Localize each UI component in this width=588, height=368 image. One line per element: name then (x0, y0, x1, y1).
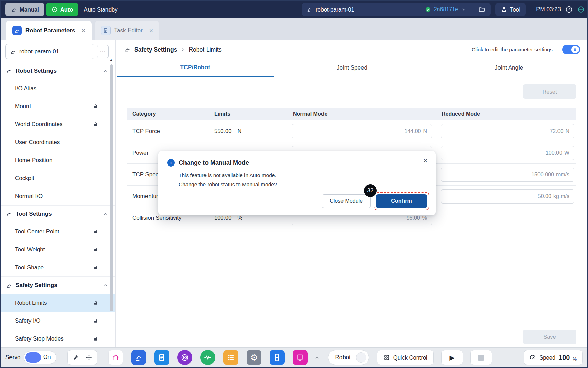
scroll-up-arrow[interactable]: ▲ (110, 58, 113, 61)
speed-control[interactable]: Speed 100 % (524, 350, 583, 365)
sidebar-item-cockpit[interactable]: Cockpit (1, 169, 115, 187)
sidebar-scrollbar-thumb[interactable] (110, 64, 113, 311)
item-label: Mount (15, 103, 31, 110)
robot-arm-icon (10, 49, 16, 55)
check-circle-icon (425, 6, 431, 13)
top-right-cluster: PM 03:23 (536, 1, 585, 18)
section-header[interactable]: Safety Settings (1, 277, 115, 294)
stop-button[interactable] (470, 350, 492, 365)
jog-button[interactable] (85, 354, 92, 361)
chevron-up-icon[interactable] (103, 283, 109, 288)
edit-lock-toggle[interactable] (562, 45, 580, 54)
speed-value: 100 (558, 354, 570, 362)
sidebar-item-robot-limits[interactable]: Robot Limits (1, 294, 115, 312)
item-label: Safety Stop Modes (15, 335, 64, 342)
more-options-button[interactable]: ⋯ (97, 45, 109, 58)
tab-task-editor[interactable]: Task Editor × (95, 21, 159, 40)
sidebar-item-world-coordinates[interactable]: World Coordinates (1, 115, 115, 133)
input-unit: % (422, 215, 427, 221)
tool-label: Tool (510, 6, 520, 13)
document-tab-bar: Robot Parameters × Task Editor × (1, 18, 587, 40)
input-unit: kg.m/s (553, 193, 569, 199)
reset-label: Reset (542, 89, 557, 95)
sidebar-item-safety-stop-modes[interactable]: Safety Stop Modes (1, 330, 115, 347)
item-label: Tool Shape (15, 264, 44, 271)
col-header-reduced-mode: Reduced Mode (437, 111, 576, 117)
confirm-button-group: 32 Confirm (376, 194, 427, 208)
reduced-mode-input[interactable]: 100.00W (441, 146, 574, 160)
sidebar-item-tool-center-point[interactable]: Tool Center Point (1, 222, 115, 240)
chevron-up-icon[interactable] (103, 211, 109, 217)
limit-value: 550.00 (214, 128, 231, 134)
target-rings-icon (181, 353, 189, 362)
dock-display-app[interactable] (293, 350, 308, 365)
version-id[interactable]: 2a68171e (434, 6, 458, 13)
dock-task-editor-app[interactable] (154, 350, 169, 365)
section-header[interactable]: Tool Settings (1, 206, 115, 222)
save-row: Save (127, 325, 576, 344)
breadcrumb-section[interactable]: Safety Settings (134, 46, 177, 53)
reduced-mode-input[interactable]: 1500.000mm/s (441, 168, 574, 182)
close-icon[interactable]: × (81, 27, 85, 34)
confirm-button[interactable]: Confirm (376, 194, 427, 208)
dialog-message-line2: Change the robot status to Manual mode? (179, 180, 427, 189)
play-button[interactable]: ▶ (441, 350, 463, 365)
parameter-name-box[interactable]: robot-param-01 (5, 44, 94, 59)
auto-mode-button[interactable]: Auto (46, 3, 79, 16)
dock-home-app[interactable] (108, 350, 123, 365)
sidebar-item-user-coordinates[interactable]: User Coordinates (1, 133, 115, 151)
dock-monitoring-app[interactable] (200, 350, 215, 365)
toolbar-row: Reset (117, 77, 587, 99)
close-icon[interactable]: × (149, 27, 153, 34)
robot-mode-switch[interactable]: Robot (328, 350, 369, 365)
target-button[interactable] (577, 6, 585, 13)
dock-log-app[interactable] (223, 350, 238, 365)
parameter-file-name: robot-param-01 (316, 6, 354, 13)
gauge-button[interactable] (565, 6, 573, 13)
reduced-mode-input[interactable]: 72.00N (441, 124, 574, 138)
sidebar-item-normal-io[interactable]: Normal I/O (1, 187, 115, 205)
input-unit: W (564, 150, 569, 156)
open-file-button[interactable] (478, 5, 486, 14)
manual-mode-button[interactable]: Manual (5, 3, 44, 16)
servo-toggle-knob (25, 352, 41, 363)
active-parameter-pill[interactable]: robot-param-01 2a68171e (302, 3, 491, 16)
play-icon: ▶ (449, 354, 454, 361)
dialog-close-icon[interactable]: × (423, 157, 428, 165)
tab-joint-speed[interactable]: Joint Speed (274, 59, 431, 77)
wrench-button[interactable] (73, 354, 79, 361)
normal-mode-input[interactable]: 144.00N (292, 124, 432, 138)
tab-joint-angle[interactable]: Joint Angle (430, 59, 587, 77)
sidebar-item-home-position[interactable]: Home Position (1, 151, 115, 169)
section-header[interactable]: Robot Settings (1, 62, 115, 79)
chevron-down-icon[interactable] (461, 7, 466, 12)
sidebar-item-mount[interactable]: Mount (1, 97, 115, 115)
quick-control-button[interactable]: Quick Control (377, 350, 434, 365)
clock: PM 03:23 (536, 6, 561, 13)
sidebar-item-tool-weight[interactable]: Tool Weight (1, 240, 115, 258)
reduced-mode-input[interactable]: 50.00kg.m/s (441, 189, 574, 204)
dock-collapse-button[interactable] (314, 355, 320, 360)
reset-button[interactable]: Reset (523, 84, 576, 99)
sidebar-item-safety-io[interactable]: Safety I/O (1, 312, 115, 330)
input-value: 72.00 (550, 128, 563, 134)
item-label: Safety I/O (15, 317, 41, 324)
limit-value: 100.00 (214, 215, 231, 221)
item-label: World Coordinates (15, 121, 62, 128)
chevron-up-icon[interactable] (103, 68, 109, 74)
close-module-button[interactable]: Close Module (322, 194, 371, 208)
servo-toggle[interactable]: On (24, 351, 56, 364)
tab-robot-parameters[interactable]: Robot Parameters × (6, 21, 92, 40)
dock-settings-app[interactable]: ⚙ (247, 350, 261, 365)
dock-remote-app[interactable] (270, 350, 285, 365)
dock-robot-parameters-app[interactable] (131, 350, 146, 365)
item-label: Home Position (15, 157, 53, 164)
auto-mode-icon (52, 6, 58, 13)
sidebar-item-io-alias[interactable]: I/O Alias (1, 79, 115, 97)
sidebar-item-tool-shape[interactable]: Tool Shape (1, 258, 115, 276)
dock-calibration-app[interactable] (177, 350, 192, 365)
robot-arm-icon (14, 27, 20, 34)
tool-button[interactable]: Tool (495, 3, 526, 16)
tab-tcp-robot[interactable]: TCP/Robot (117, 59, 274, 77)
save-button[interactable]: Save (523, 330, 576, 344)
